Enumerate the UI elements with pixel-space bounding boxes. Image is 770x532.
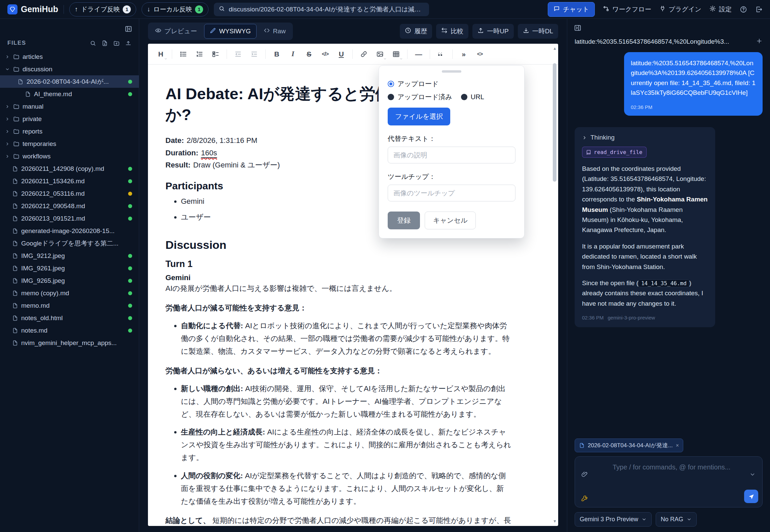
sidebar-item-file[interactable]: nvim_gemini_helper_mcp_apps... xyxy=(0,337,139,349)
upload-file-button[interactable] xyxy=(125,40,131,46)
drag-handle[interactable] xyxy=(442,70,461,73)
logout-button[interactable] xyxy=(755,6,763,13)
tab-preview[interactable]: プレビュー xyxy=(149,24,203,39)
panel-collapse-icon xyxy=(125,25,132,33)
bold-button[interactable]: B xyxy=(269,47,284,62)
chat-header xyxy=(567,19,770,37)
file-icon xyxy=(12,303,18,309)
sidebar-item-workflows[interactable]: workflows xyxy=(0,150,139,162)
chat-input[interactable]: Type / for commands, @ for mentions... xyxy=(575,456,763,507)
alt-text-input[interactable] xyxy=(388,147,515,163)
sidebar-item-file[interactable]: IMG_9212.jpeg xyxy=(0,250,139,262)
sidebar-item-file[interactable]: memo (copy).md xyxy=(0,287,139,299)
more-tools-button[interactable]: » xyxy=(456,47,471,62)
attached-file-chip[interactable]: 2026-02-08T04-34-04-AIが発達... × xyxy=(575,439,683,452)
new-file-button[interactable] xyxy=(102,40,108,46)
sidebar-item-file[interactable]: 20260212_053116.md xyxy=(0,187,139,200)
choose-file-button[interactable]: ファイルを選択 xyxy=(388,108,450,125)
sidebar-item-private[interactable]: private xyxy=(0,113,139,125)
image-button[interactable] xyxy=(373,47,387,62)
inline-code-button[interactable]: </> xyxy=(318,47,333,62)
files-header: FILES xyxy=(0,39,139,50)
scrollbar-thumb[interactable] xyxy=(553,63,556,182)
attach-button[interactable] xyxy=(581,471,588,478)
sidebar-item-file[interactable]: notes_old.html xyxy=(0,312,139,324)
sidebar-item-file[interactable]: Googleドライブを思考する第二... xyxy=(0,237,139,250)
tooltip-input[interactable] xyxy=(388,185,515,201)
rag-select[interactable]: No RAG xyxy=(656,512,697,527)
indent-button[interactable] xyxy=(247,47,262,62)
tab-raw[interactable]: Raw xyxy=(258,24,292,39)
sidebar-item-discussion[interactable]: discussion xyxy=(0,63,139,75)
local-sync-button[interactable]: ↓ ローカル反映 1 xyxy=(142,2,208,16)
submit-button[interactable]: 登録 xyxy=(388,212,420,229)
thinking-toggle[interactable]: Thinking xyxy=(582,134,708,141)
sidebar-item-current-file[interactable]: 2026-02-08T04-34-04-AIが... xyxy=(0,75,139,88)
collapse-input-button[interactable] xyxy=(749,471,756,478)
remove-attachment-button[interactable]: × xyxy=(676,443,679,449)
sidebar-item-file[interactable]: IMG_9261.jpeg xyxy=(0,262,139,274)
history-button[interactable]: 履歴 xyxy=(400,24,432,39)
radio-upload[interactable] xyxy=(388,81,394,87)
nav-plugins-button[interactable]: プラグイン xyxy=(659,5,701,14)
temp-download-button[interactable]: 一時DL xyxy=(518,24,558,39)
strikethrough-button[interactable]: S xyxy=(302,47,316,62)
expand-panel-button[interactable] xyxy=(574,24,581,32)
tools-button[interactable] xyxy=(581,495,588,502)
link-button[interactable] xyxy=(356,47,371,62)
sidebar-item-articles[interactable]: articles xyxy=(0,50,139,63)
folder-icon xyxy=(13,153,20,159)
outdent-button[interactable] xyxy=(231,47,245,62)
sidebar-item-file[interactable]: 20260211_153426.md xyxy=(0,175,139,187)
radio-uploaded[interactable] xyxy=(388,94,394,100)
model-select[interactable]: Gemini 3 Pro Preview xyxy=(575,512,652,527)
global-search-input[interactable]: discussion/2026-02-08T04-34-04-AIが発達すると労… xyxy=(214,3,429,16)
sidebar-item-file[interactable]: IMG_9265.jpeg xyxy=(0,274,139,287)
tab-wysiwyg[interactable]: WYSIWYG xyxy=(204,24,257,39)
bullet-list-button[interactable] xyxy=(176,47,191,62)
help-button[interactable] xyxy=(740,6,747,13)
nav-chat-button[interactable]: チャット xyxy=(548,2,595,17)
sidebar-item-file[interactable]: memo.md xyxy=(0,299,139,312)
cancel-button[interactable]: キャンセル xyxy=(425,212,476,229)
sidebar-item-file[interactable]: generated-image-20260208-15... xyxy=(0,225,139,237)
nav-workflow-button[interactable]: ワークフロー xyxy=(603,5,651,14)
drive-sync-button[interactable]: ↑ ドライブ反映 1 xyxy=(69,2,136,16)
tool-call-badge[interactable]: read_drive_file xyxy=(582,147,647,158)
new-chat-button[interactable] xyxy=(756,38,763,45)
sidebar-item-manual[interactable]: manual xyxy=(0,100,139,113)
code-block-button[interactable]: <> xyxy=(472,47,487,62)
italic-button[interactable]: I xyxy=(285,47,300,62)
heading-button[interactable]: H xyxy=(153,47,168,62)
app-logo: GemiHub xyxy=(7,4,58,14)
list-item: 自動化による代替: AIとロボット技術の進化により、これまで人間が行っていた定型… xyxy=(181,319,511,357)
sidebar-item-ai-theme[interactable]: AI_theme.md xyxy=(0,88,139,100)
chat-input-placeholder: Type / for commands, @ for mentions... xyxy=(613,463,730,471)
blockquote-button[interactable] xyxy=(434,47,449,62)
editor-scrollbar[interactable]: ▲ ▼ xyxy=(551,44,558,526)
sidebar-item-file[interactable]: 20260211_142908 (copy).md xyxy=(0,162,139,175)
chevron-down-icon xyxy=(687,517,692,522)
temp-upload-button[interactable]: 一時UP xyxy=(472,24,513,39)
scroll-up-arrow[interactable]: ▲ xyxy=(551,44,558,52)
collapse-sidebar-button[interactable] xyxy=(125,25,132,33)
sidebar-item-file[interactable]: 20260213_091521.md xyxy=(0,212,139,225)
radio-url[interactable] xyxy=(461,94,467,100)
sidebar-item-reports[interactable]: reports xyxy=(0,125,139,138)
new-folder-button[interactable] xyxy=(113,40,120,46)
folder-plus-icon xyxy=(113,40,120,46)
file-search-button[interactable] xyxy=(90,40,96,46)
sidebar-item-file[interactable]: notes.md xyxy=(0,324,139,337)
horizontal-rule-button[interactable]: — xyxy=(411,47,426,62)
ordered-list-button[interactable] xyxy=(192,47,207,62)
sidebar-item-temporaries[interactable]: temporaries xyxy=(0,138,139,150)
compare-button[interactable]: 比較 xyxy=(436,24,468,39)
message-list[interactable]: latitude:%2035.516543786468574,%20Longit… xyxy=(567,48,770,439)
underline-button[interactable]: U xyxy=(334,47,349,62)
scroll-down-arrow[interactable]: ▼ xyxy=(551,517,558,525)
nav-settings-button[interactable]: 設定 xyxy=(709,5,732,14)
task-list-button[interactable] xyxy=(208,47,223,62)
send-button[interactable] xyxy=(744,490,758,503)
sidebar-item-file[interactable]: 20260212_090548.md xyxy=(0,200,139,212)
table-button[interactable] xyxy=(389,47,403,62)
